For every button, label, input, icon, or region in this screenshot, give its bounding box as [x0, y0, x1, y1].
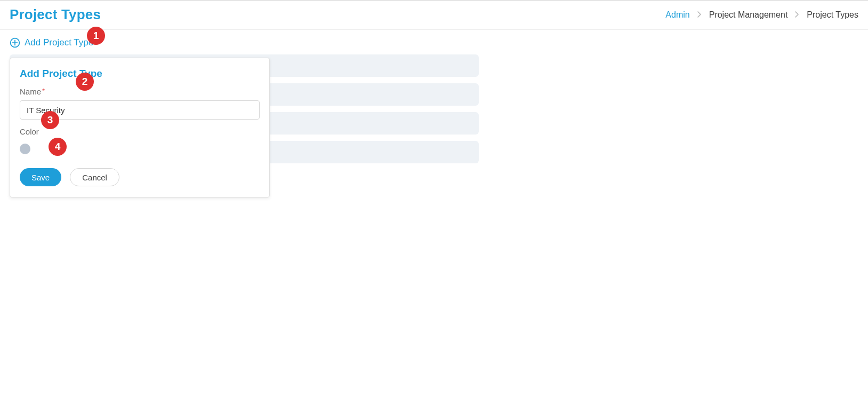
name-label-text: Name [20, 87, 41, 96]
plus-circle-icon [10, 37, 20, 48]
chevron-right-icon [795, 11, 799, 19]
step-badge-3: 3 [41, 111, 59, 129]
chevron-right-icon [697, 11, 702, 19]
color-label: Color [20, 127, 260, 136]
page-header: Project Types Admin Project Management P… [0, 1, 868, 30]
step-badge-2: 2 [76, 73, 94, 91]
card-title: Add Project Type [20, 68, 260, 80]
breadcrumb-admin[interactable]: Admin [665, 10, 689, 20]
add-project-type-link[interactable]: Add Project Type [10, 37, 93, 48]
required-asterisk-icon: * [42, 88, 45, 94]
color-label-text: Color [20, 127, 39, 136]
add-project-type-label: Add Project Type [25, 37, 93, 48]
page-title: Project Types [10, 6, 101, 23]
page-content: 1 2 3 4 Add Project Type Add Project Typ… [0, 30, 868, 286]
step-badge-4: 4 [49, 138, 67, 156]
breadcrumb-current: Project Types [807, 10, 858, 20]
cancel-button[interactable]: Cancel [70, 168, 119, 186]
breadcrumb: Admin Project Management Project Types [665, 10, 858, 20]
name-label: Name * [20, 87, 260, 96]
step-badge-1: 1 [87, 27, 105, 45]
save-button[interactable]: Save [20, 168, 61, 186]
color-swatch[interactable] [20, 144, 30, 154]
breadcrumb-project-management[interactable]: Project Management [709, 10, 788, 20]
